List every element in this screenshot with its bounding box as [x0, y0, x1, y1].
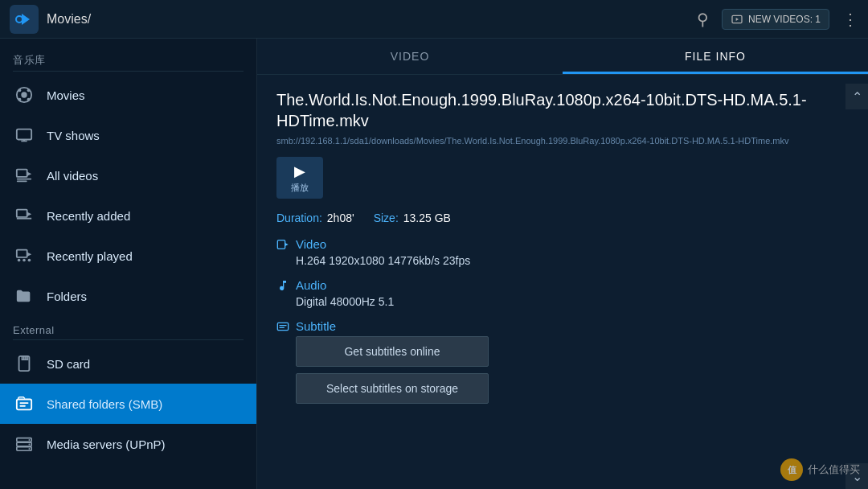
sidebar-item-folders[interactable]: Folders: [0, 276, 256, 316]
sidebar-item-sd-card[interactable]: SD card: [0, 343, 256, 384]
play-label: 播放: [291, 182, 309, 194]
svg-rect-21: [20, 405, 26, 407]
sidebar-item-all-videos[interactable]: All videos: [0, 155, 256, 195]
sidebar-label-shared-folders: Shared folders (SMB): [47, 397, 162, 411]
tab-file-info[interactable]: FILE INFO: [563, 39, 868, 74]
svg-point-8: [27, 98, 31, 101]
watermark: 值 什么值得买: [780, 458, 860, 481]
library-section-label: 音乐库: [0, 45, 256, 71]
sidebar-item-tv-shows[interactable]: TV shows: [0, 115, 256, 155]
sidebar-label-all-videos: All videos: [47, 169, 98, 183]
app-logo: [10, 5, 39, 34]
svg-point-4: [21, 92, 27, 97]
watermark-badge: 值: [780, 458, 803, 481]
svg-rect-11: [17, 179, 31, 180]
top-actions: ⚲ NEW VIDEOS: 1 ⋮: [697, 9, 858, 30]
subtitle-section-title: Subtitle: [296, 319, 336, 333]
library-divider: [13, 71, 244, 72]
svg-point-16: [23, 259, 26, 262]
file-title: The.World.Is.Not.Enough.1999.BluRay.1080…: [276, 89, 849, 131]
audio-section: Audio Digital 48000Hz 5.1: [276, 278, 849, 308]
video-section-header: Video: [276, 237, 849, 251]
new-videos-label: NEW VIDEOS: 1: [748, 14, 821, 25]
meta-row: Duration: 2h08' Size: 13.25 GB: [276, 212, 849, 224]
audio-section-icon: [276, 279, 289, 292]
sidebar-label-folders: Folders: [47, 290, 87, 303]
duration-meta: Duration: 2h08': [276, 212, 354, 224]
recently-added-icon: [13, 204, 35, 227]
new-videos-badge[interactable]: NEW VIDEOS: 1: [722, 9, 829, 30]
audio-section-title: Audio: [296, 278, 326, 292]
file-info-panel: The.World.Is.Not.Enough.1999.BluRay.1080…: [257, 75, 868, 489]
play-button[interactable]: ▶ 播放: [276, 157, 323, 199]
svg-point-25: [29, 439, 31, 441]
sidebar-item-recently-played[interactable]: Recently played: [0, 236, 256, 276]
main-content: VIDEO FILE INFO ⌃ The.World.Is.Not.Enoug…: [257, 39, 868, 489]
file-path: smb://192.168.1.1/sda1/downloads/Movies/…: [276, 136, 849, 146]
sidebar-label-recently-played: Recently played: [47, 249, 133, 263]
sidebar: 音乐库 Movies TV shows All videos Recently: [0, 39, 257, 489]
external-section-label: External: [0, 316, 256, 339]
svg-rect-20: [20, 402, 29, 404]
video-detail: H.264 1920x1080 14776kb/s 23fps: [276, 254, 849, 267]
scroll-up-arrow[interactable]: ⌃: [845, 84, 868, 109]
more-icon[interactable]: ⋮: [842, 10, 858, 29]
sidebar-label-recently-added: Recently added: [47, 209, 130, 223]
svg-rect-14: [17, 250, 27, 257]
duration-label: Duration:: [276, 212, 322, 224]
svg-point-15: [18, 259, 21, 262]
media-servers-icon: [13, 433, 35, 455]
svg-rect-28: [277, 240, 285, 249]
sidebar-item-recently-added[interactable]: Recently added: [0, 195, 256, 236]
external-divider: [13, 339, 244, 340]
all-videos-icon: [13, 164, 35, 187]
duration-value: 2h08': [327, 212, 354, 224]
svg-rect-9: [17, 129, 31, 140]
sidebar-item-media-servers[interactable]: Media servers (UPnP): [0, 424, 256, 464]
svg-point-1: [16, 16, 23, 23]
folder-icon: [13, 285, 35, 307]
tab-bar: VIDEO FILE INFO: [257, 39, 868, 75]
audio-section-header: Audio: [276, 278, 849, 292]
sidebar-item-shared-folders[interactable]: Shared folders (SMB): [0, 384, 256, 424]
svg-point-27: [29, 448, 31, 450]
tab-video[interactable]: VIDEO: [257, 39, 563, 74]
size-label: Size:: [374, 212, 399, 224]
subtitle-section-icon: [276, 320, 289, 333]
video-section-title: Video: [296, 237, 326, 251]
svg-point-6: [27, 89, 31, 92]
app-title: Movies/: [47, 12, 697, 27]
watermark-text: 什么值得买: [808, 462, 860, 477]
svg-rect-10: [17, 170, 27, 177]
svg-point-5: [18, 89, 22, 92]
top-bar: Movies/ ⚲ NEW VIDEOS: 1 ⋮: [0, 0, 868, 39]
svg-rect-13: [17, 210, 27, 217]
size-meta: Size: 13.25 GB: [374, 212, 451, 224]
sidebar-item-movies[interactable]: Movies: [0, 75, 256, 115]
svg-point-7: [18, 98, 22, 101]
search-icon[interactable]: ⚲: [697, 10, 709, 29]
get-subtitles-online-button[interactable]: Get subtitles online: [296, 336, 489, 367]
sd-card-icon: [13, 352, 35, 375]
movie-icon: [13, 84, 35, 106]
video-section: Video H.264 1920x1080 14776kb/s 23fps: [276, 237, 849, 267]
sidebar-label-media-servers: Media servers (UPnP): [47, 438, 166, 451]
shared-folders-icon: [13, 392, 35, 415]
svg-rect-12: [17, 180, 27, 182]
sidebar-label-movies: Movies: [47, 88, 85, 102]
svg-rect-19: [17, 400, 31, 410]
svg-point-17: [28, 259, 31, 262]
sidebar-label-sd-card: SD card: [47, 357, 90, 371]
play-triangle-icon: ▶: [294, 162, 305, 180]
sidebar-label-tv: TV shows: [47, 129, 100, 142]
tv-icon: [13, 124, 35, 146]
recently-played-icon: [13, 244, 35, 267]
video-section-icon: [276, 238, 289, 251]
svg-point-26: [29, 444, 31, 446]
size-value: 13.25 GB: [403, 212, 451, 224]
select-subtitles-storage-button[interactable]: Select subtitles on storage: [296, 373, 489, 404]
subtitle-section: Subtitle Get subtitles online Select sub…: [276, 319, 849, 404]
svg-rect-29: [277, 323, 288, 330]
audio-detail: Digital 48000Hz 5.1: [276, 295, 849, 308]
main-layout: 音乐库 Movies TV shows All videos Recently: [0, 39, 868, 489]
